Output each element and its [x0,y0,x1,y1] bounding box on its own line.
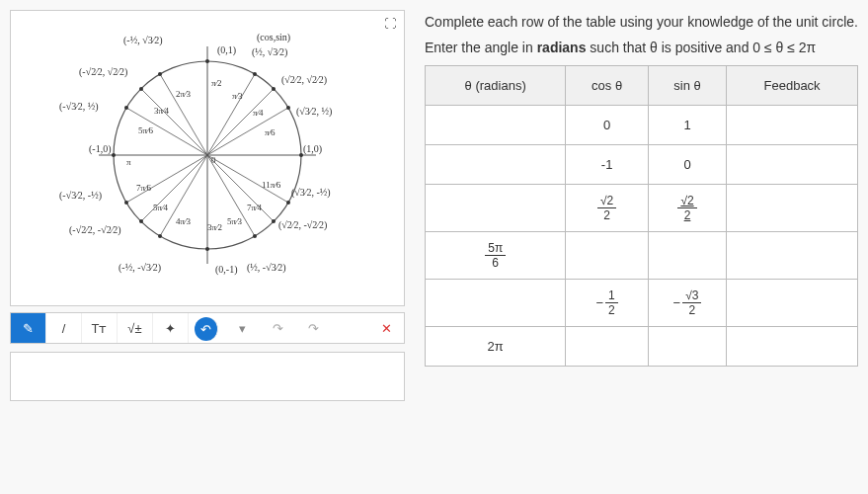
ang-q1-3: π⁄2 [211,78,222,88]
unit-circle-svg [69,17,346,293]
pt-q3-2: (-½, -√3⁄2) [118,262,161,273]
eraser-tool[interactable]: ✦ [153,313,189,343]
unit-circle-diagram: (cos,sin) (0,1) (1,0) (0,-1) (-1,0) 0 (½… [69,17,346,293]
answer-input[interactable] [10,352,405,401]
cell-sin[interactable] [648,327,726,367]
table-row: -1 0 [426,145,858,185]
pt-q1-2: (√3⁄2, ½) [296,106,332,117]
col-feedback: Feedback [727,66,858,106]
redo1-icon[interactable]: ↷ [260,313,295,343]
table-row: 5π6 [426,232,858,280]
cell-cos: 0 [566,106,649,145]
redo2-icon[interactable]: ↷ [295,313,331,343]
diagram-header: (cos,sin) [257,32,290,42]
ang-q3-3: 4π⁄3 [176,216,191,226]
answer-table: θ (radians) cos θ sin θ Feedback 0 1 -1 … [425,65,858,367]
tt-tool[interactable]: Tᴛ [82,313,118,343]
col-theta: θ (radians) [426,66,566,106]
undo-button[interactable]: ↶ [195,317,218,341]
svg-point-20 [272,87,276,91]
pt-q2-1: (-√2⁄2, √2⁄2) [79,66,127,77]
ang-q3-2: 5π⁄4 [153,203,168,212]
pt-q3-1: (-√2⁄2, -√2⁄2) [69,224,121,235]
svg-point-17 [205,59,209,63]
pt-q2-2: (-√3⁄2, ½) [59,101,99,112]
svg-point-21 [253,72,257,76]
cell-feedback [727,232,858,280]
table-row: 2π [426,327,858,367]
ang-q2-1: 3π⁄4 [154,106,169,116]
pencil-tool[interactable]: ✎ [11,313,46,343]
cell-sin: 1 [648,106,726,145]
ang-q3-0: π [126,157,131,167]
col-sin: sin θ [648,66,726,106]
cell-cos: −12 [566,280,649,327]
svg-point-19 [286,106,290,110]
cell-cos: √22 [566,185,649,232]
cell-theta[interactable] [426,106,566,145]
ang-q4-2: 7π⁄4 [247,203,262,212]
close-button[interactable]: ✕ [368,313,404,343]
slash-tool[interactable]: / [46,313,82,343]
pt-q4-0: (√3⁄2, -½) [291,187,331,198]
ang-q1-0: π⁄6 [265,127,276,137]
ang-q4-3: 11π⁄6 [262,180,280,190]
svg-point-25 [124,201,128,205]
cell-feedback [727,106,858,145]
cell-feedback [727,145,858,185]
cell-sin: −√32 [648,280,726,327]
sqrt-tool[interactable]: √± [118,313,153,343]
ang-q2-2: 5π⁄6 [138,125,153,135]
cell-theta: 2π [426,327,566,367]
pt-left: (-1,0) [89,143,112,154]
cell-feedback [727,280,858,327]
svg-point-22 [158,72,162,76]
ang-q3-1: 7π⁄6 [136,183,151,193]
table-row: −12 −√32 [426,280,858,327]
expand-icon[interactable]: ⛶ [384,17,396,31]
cell-sin: √22 [648,185,726,232]
cell-cos[interactable] [566,232,649,280]
ang-q1-2: π⁄3 [232,91,243,101]
dropdown-caret-icon[interactable]: ▾ [224,313,260,343]
cell-theta[interactable] [426,145,566,185]
cell-cos[interactable] [566,327,649,367]
cell-theta: 5π6 [426,232,566,280]
ang-q4-1: 5π⁄3 [227,216,242,226]
pt-bottom: (0,-1) [215,264,238,275]
pt-q3-0: (-√3⁄2, -½) [59,190,102,201]
cell-theta[interactable] [426,185,566,232]
svg-point-16 [112,153,116,157]
pt-q4-2: (½, -√3⁄2) [247,262,286,273]
ang-q4-0: 3π⁄2 [207,222,222,232]
table-row: 0 1 [426,106,858,145]
cell-feedback [727,185,858,232]
cell-feedback [727,327,858,367]
instructions: Complete each row of the table using you… [425,14,858,55]
svg-point-18 [205,247,209,251]
pt-q4-1: (√2⁄2, -√2⁄2) [278,219,327,230]
svg-point-29 [272,219,276,223]
pt-q1-0: (½, √3⁄2) [252,46,287,57]
cell-theta[interactable] [426,280,566,327]
svg-point-28 [253,234,257,238]
ang-q2-0: 2π⁄3 [176,89,191,99]
col-cos: cos θ [566,66,649,106]
svg-point-24 [124,106,128,110]
pt-q1-1: (√2⁄2, √2⁄2) [281,74,327,85]
unit-circle-panel: ⛶ (cos,sin) [10,10,405,306]
cell-sin[interactable] [648,232,726,280]
svg-point-27 [158,234,162,238]
svg-point-30 [286,201,290,205]
math-toolbar: ✎ / Tᴛ √± ✦ ↶ ▾ ↷ ↷ ✕ [10,312,405,344]
cell-cos: -1 [566,145,649,185]
svg-point-23 [139,87,143,91]
instructions-line1: Complete each row of the table using you… [425,14,858,30]
cell-sin: 0 [648,145,726,185]
ang-q1-1: π⁄4 [253,108,264,118]
pt-top: (0,1) [217,44,236,55]
table-row: √22 √22 [426,185,858,232]
svg-point-26 [139,219,143,223]
pt-right: (1,0) [303,143,322,154]
pt-q2-0: (-½, √3⁄2) [123,35,163,45]
